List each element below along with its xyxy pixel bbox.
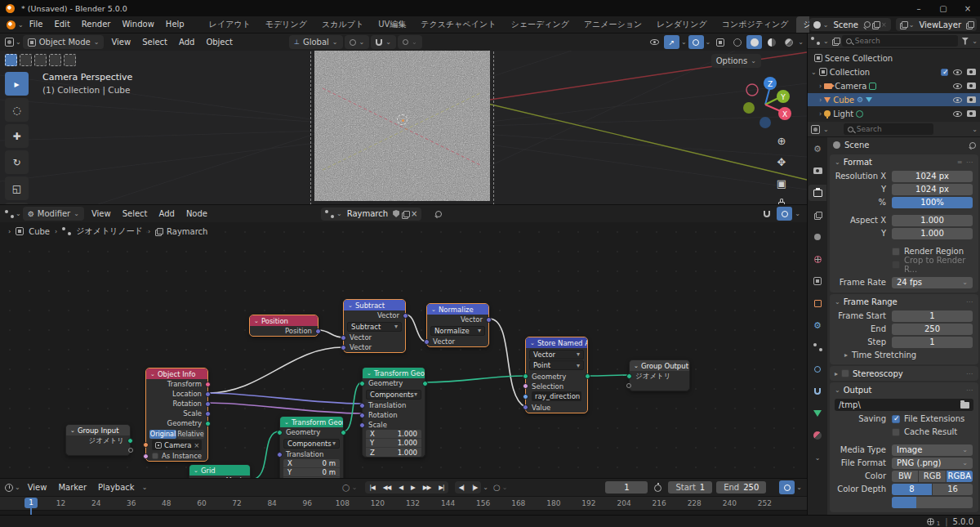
vector-input-socket-2[interactable] xyxy=(341,345,346,351)
play-reverse-button[interactable]: ◀ xyxy=(394,481,407,494)
jump-to-start-button[interactable]: |◀ xyxy=(365,481,378,494)
output-path-field[interactable]: /tmp\ xyxy=(839,400,957,409)
workspace-tab[interactable]: テクスチャペイント xyxy=(413,16,503,33)
tab-view-layer[interactable] xyxy=(808,207,826,223)
editor-type-properties-icon[interactable] xyxy=(811,125,820,134)
playhead[interactable]: 1 xyxy=(24,498,38,508)
select-tool[interactable]: ▸ xyxy=(5,72,29,96)
attribute-name-field[interactable]: ray_direction xyxy=(532,391,581,401)
show-gizmo-toggle[interactable] xyxy=(647,35,662,49)
zoom-button[interactable]: ⊕ xyxy=(771,131,792,150)
next-keyframe-button[interactable]: ▶▶ xyxy=(419,481,435,494)
editor-type-timeline-icon[interactable] xyxy=(5,484,13,492)
time-stretching-subpanel[interactable]: ▸ Time Stretching xyxy=(830,349,978,361)
pin-icon[interactable] xyxy=(863,21,870,28)
select-paint-button[interactable] xyxy=(64,54,76,66)
as-instance-socket[interactable] xyxy=(143,453,149,459)
menu-item[interactable]: View xyxy=(105,38,136,47)
workspace-tab[interactable]: シェーディング xyxy=(503,16,576,33)
tab-world[interactable] xyxy=(808,251,826,267)
panel-header[interactable]: ⌄ Output ⋯ xyxy=(830,382,978,397)
workspace-tab[interactable]: レイアウト xyxy=(202,16,258,33)
cursor-tool[interactable]: ◌ xyxy=(5,98,29,122)
rotation-output-socket[interactable] xyxy=(205,401,211,407)
tab-constraints[interactable] xyxy=(808,383,826,400)
scene-name[interactable]: Scene xyxy=(831,20,861,29)
workspace-tab[interactable]: コンポジティング xyxy=(715,16,796,33)
node-header[interactable]: ⌄Grid xyxy=(189,465,250,476)
scale-y-field[interactable]: Y1.000 xyxy=(366,439,421,448)
expand-icon[interactable]: › xyxy=(819,83,822,90)
menu-item[interactable]: Help xyxy=(160,16,190,33)
cache-result-checkbox[interactable] xyxy=(892,428,900,436)
frame-back-button[interactable]: ◀| xyxy=(455,481,468,494)
file-extensions-checkbox[interactable] xyxy=(892,415,900,423)
filter-icon[interactable] xyxy=(961,38,969,45)
location-output-socket[interactable] xyxy=(205,391,211,397)
node-header[interactable]: ⌄Object Info xyxy=(146,368,207,379)
clear-object-icon[interactable]: × xyxy=(194,440,199,450)
workspace-tab[interactable]: レンダリング xyxy=(649,16,714,33)
viewport-canvas[interactable]: ▸ ◌ ✚ ↻ ◱ ◎ Camera Perspective (1) Colle… xyxy=(0,51,807,204)
relative-button[interactable]: Relative xyxy=(177,430,204,439)
menu-item[interactable]: Playback xyxy=(92,483,140,492)
frame-end-field[interactable]: End250 xyxy=(716,481,766,494)
compression-slider[interactable] xyxy=(892,497,973,508)
tab-material[interactable] xyxy=(808,427,826,444)
viewlayer-selector[interactable]: ⌄ ViewLayer xyxy=(896,18,977,31)
overlays-toggle[interactable] xyxy=(688,35,704,49)
pan-button[interactable]: ✥ xyxy=(771,152,792,172)
scale-output-socket[interactable] xyxy=(205,411,211,417)
tab-scene[interactable] xyxy=(808,229,826,245)
file-format-dropdown[interactable]: PNG (.png)⌄ xyxy=(892,458,973,469)
panel-header[interactable]: ⌄ Format ≡ ⋯ xyxy=(830,154,978,169)
menu-item[interactable]: Marker xyxy=(52,483,92,492)
breadcrumb-object[interactable]: Cube xyxy=(29,227,50,236)
node-group-input[interactable]: ⌄Group Input ジオメトリ xyxy=(65,424,131,456)
node-header[interactable]: ⌄Transform Geome... xyxy=(280,417,343,427)
menu-item[interactable]: Window xyxy=(116,16,159,33)
tab-collection[interactable] xyxy=(808,273,826,289)
panel-header[interactable]: ⌄ Frame Range ⋯ xyxy=(830,294,978,309)
node-header[interactable]: ⌄Group Input xyxy=(66,425,130,435)
resolution-y-field[interactable]: 1024 px xyxy=(892,184,973,195)
overlays-toggle[interactable] xyxy=(777,207,792,221)
menu-item[interactable]: Add xyxy=(173,38,200,47)
node-group-name[interactable]: Raymarch xyxy=(345,209,390,218)
close-button[interactable]: × xyxy=(956,0,980,16)
new-scene-icon[interactable] xyxy=(872,21,879,28)
geometry-input-socket[interactable] xyxy=(277,430,283,435)
geometry-input-socket[interactable] xyxy=(626,373,632,379)
node-grid[interactable]: ⌄Grid Mesh UV Map xyxy=(189,464,251,478)
play-button[interactable]: ▶ xyxy=(407,481,419,494)
transform-orientation-dropdown[interactable]: ⊥ Global ⌄ xyxy=(289,35,343,49)
tab-overflow[interactable]: ⌄ xyxy=(808,449,826,466)
translation-input-socket[interactable] xyxy=(277,452,283,458)
render-region-checkbox[interactable] xyxy=(892,248,900,256)
workspace-tab[interactable]: ジオメトリノード xyxy=(796,16,809,33)
maximize-button[interactable]: ▢ xyxy=(931,0,956,16)
translation-y-field[interactable]: Y0 m xyxy=(283,468,340,477)
rotate-tool[interactable]: ↻ xyxy=(5,150,29,174)
menu-item[interactable]: View xyxy=(86,209,117,218)
move-tool[interactable]: ✚ xyxy=(5,124,29,148)
color-mode-option[interactable]: BW xyxy=(892,471,918,482)
keying-set-button[interactable]: ○ xyxy=(493,483,501,492)
editor-type-3d-icon[interactable] xyxy=(5,38,14,47)
menu-item[interactable]: Node xyxy=(180,209,213,218)
node-subtract[interactable]: ⌄Subtract Vector Subtract▾ Vector Vector xyxy=(343,299,406,353)
node-header[interactable]: ⌄Subtract xyxy=(344,300,405,310)
outliner-row-collection[interactable]: ⌄ Collection xyxy=(808,65,980,78)
expand-icon[interactable]: › xyxy=(819,110,822,118)
virtual-socket[interactable] xyxy=(626,383,631,388)
tab-particles[interactable] xyxy=(808,339,826,355)
pin-icon[interactable] xyxy=(969,142,975,149)
color-mode-option[interactable]: RGB xyxy=(919,471,945,482)
tab-physics[interactable] xyxy=(808,361,826,377)
outliner-filter-id-icon[interactable] xyxy=(832,38,839,44)
timeline-ruler[interactable]: 1224364860728496108120132144156168180192… xyxy=(0,496,807,510)
node-group-selector[interactable]: ⌄ Raymarch × xyxy=(321,208,421,221)
mode-dropdown[interactable]: Components▾ xyxy=(283,439,340,449)
aspect-x-field[interactable]: 1.000 xyxy=(892,215,973,226)
tab-object[interactable] xyxy=(808,295,826,311)
